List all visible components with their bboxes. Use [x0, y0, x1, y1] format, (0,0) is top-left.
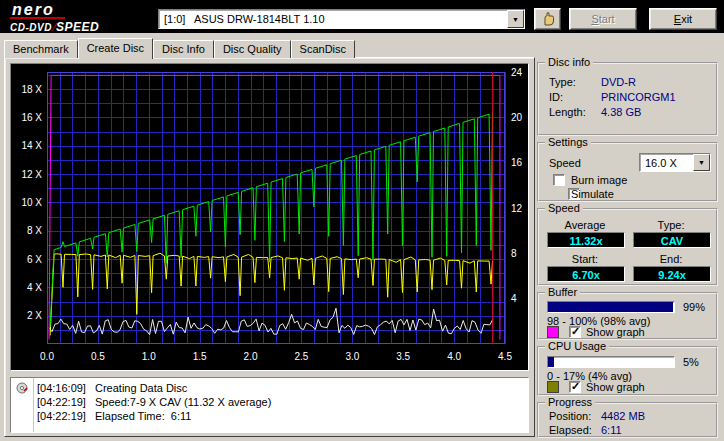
simulate-label: Simulate — [571, 188, 614, 200]
svg-text:4 X: 4 X — [27, 282, 42, 293]
burn-image-checkbox[interactable] — [553, 174, 565, 186]
speed-setting-label: Speed — [549, 157, 581, 169]
disc-length-label: Length: — [549, 106, 601, 118]
cpu-show-graph-label: Show graph — [586, 381, 645, 393]
cpu-show-graph-checkbox[interactable] — [569, 381, 581, 393]
buffer-color-swatch — [547, 326, 559, 338]
settings-panel: Settings Speed 16.0 X ▼ Burn image Simul… — [537, 142, 718, 202]
disc-length-row: Length:4.38 GB — [549, 106, 712, 119]
elapsed-label: Elapsed: — [549, 424, 601, 436]
cpu-progress-fill — [548, 357, 554, 367]
burn-image-label: Burn image — [571, 174, 627, 186]
svg-text:4.0: 4.0 — [447, 351, 461, 362]
log-message: Elapsed Time: 6:11 — [95, 410, 528, 422]
svg-text:18 X: 18 X — [21, 84, 42, 95]
svg-text:1.5: 1.5 — [193, 351, 207, 362]
svg-text:24: 24 — [511, 67, 523, 78]
exit-button[interactable]: Exit — [649, 8, 717, 30]
speed-select-value: 16.0 X — [640, 157, 693, 169]
writing-disc-icon — [11, 382, 33, 394]
buffer-progress-fill — [548, 302, 673, 312]
disc-type-row: Type:DVD-R — [549, 76, 712, 89]
svg-text:6 X: 6 X — [27, 254, 42, 265]
cpu-panel: CPU Usage 5% 0 - 17% (4% avg) Show graph — [537, 346, 718, 396]
log-row: [04:16:09] Creating Data Disc — [11, 381, 528, 395]
svg-text:14 X: 14 X — [21, 140, 42, 151]
disc-id-value: PRINCORGM1 — [601, 91, 676, 103]
speed-select[interactable]: 16.0 X ▼ — [639, 153, 711, 172]
tab-disc-quality[interactable]: Disc Quality — [214, 40, 291, 58]
cpu-percent: 5% — [683, 356, 699, 368]
position-row: Position:4482 MB — [549, 410, 712, 423]
disc-length-value: 4.38 GB — [601, 106, 641, 118]
buffer-panel: Buffer 99% 98 - 100% (98% avg) Show grap… — [537, 292, 718, 340]
log-message: Speed:7-9 X CAV (11.32 X average) — [95, 396, 528, 408]
svg-text:2.0: 2.0 — [244, 351, 258, 362]
speed-stats-panel: Speed Average Type: 11.32x CAV Start: En… — [537, 208, 718, 286]
log-timestamp: [04:22:19] — [33, 396, 95, 408]
progress-panel: Progress Position:4482 MB Elapsed:6:11 — [537, 402, 718, 438]
exit-button-label: Exit — [650, 13, 716, 25]
top-toolbar: nero CD-DVD⁄SPEED [1:0] ASUS DRW-1814BLT… — [0, 0, 724, 33]
create-disc-panel: 2 X4 X6 X8 X10 X12 X14 X16 X18 X48121620… — [4, 57, 535, 437]
dropdown-arrow-icon[interactable]: ▼ — [693, 154, 710, 171]
svg-text:3.5: 3.5 — [396, 351, 410, 362]
speed-stats-title: Speed — [545, 202, 583, 214]
tab-benchmark[interactable]: Benchmark — [4, 40, 78, 58]
svg-text:20: 20 — [511, 112, 523, 123]
svg-text:10 X: 10 X — [21, 197, 42, 208]
tab-strip: Benchmark Create Disc Disc Info Disc Qua… — [4, 37, 355, 58]
svg-text:4: 4 — [511, 293, 517, 304]
start-header: Start: — [545, 253, 625, 265]
log-timestamp: [04:16:09] — [33, 382, 95, 394]
cdvdspeed-wordmark: CD-DVD⁄SPEED — [10, 20, 99, 34]
svg-text:2 X: 2 X — [27, 310, 42, 321]
speed-text: SPEED — [56, 20, 99, 34]
type-header: Type: — [631, 219, 711, 231]
start-button-label: Start — [570, 13, 636, 25]
progress-title: Progress — [545, 396, 595, 408]
cpu-title: CPU Usage — [545, 340, 609, 352]
cpu-color-swatch — [547, 381, 559, 393]
log-timestamp: [04:22:19] — [33, 410, 95, 422]
svg-text:12 X: 12 X — [21, 169, 42, 180]
status-log: [04:16:09] Creating Data Disc [04:22:19]… — [10, 377, 529, 433]
buffer-title: Buffer — [545, 286, 580, 298]
app-window: nero CD-DVD⁄SPEED [1:0] ASUS DRW-1814BLT… — [0, 0, 724, 441]
svg-text:3.0: 3.0 — [345, 351, 359, 362]
speed-type-value: CAV — [633, 232, 711, 248]
position-label: Position: — [549, 410, 601, 422]
buffer-progress-bar — [547, 301, 675, 313]
start-button[interactable]: Start — [569, 8, 637, 30]
settings-title: Settings — [545, 136, 591, 148]
hand-tool-button[interactable] — [534, 8, 561, 30]
svg-text:8: 8 — [511, 248, 517, 259]
cd-dvd-text: CD-DVD — [10, 22, 52, 33]
buffer-show-graph-label: Show graph — [586, 326, 645, 338]
log-divider — [33, 378, 34, 432]
drive-select[interactable]: [1:0] ASUS DRW-1814BLT 1.10 ▼ — [158, 9, 525, 29]
buffer-show-graph-checkbox[interactable] — [569, 326, 581, 338]
cpu-progress-bar — [547, 356, 675, 368]
speed-chart: 2 X4 X6 X8 X10 X12 X14 X16 X18 X48121620… — [10, 63, 529, 371]
disc-type-label: Type: — [549, 76, 601, 88]
end-speed-value: 9.24x — [633, 266, 711, 282]
disc-info-title: Disc info — [545, 56, 593, 68]
average-header: Average — [545, 219, 625, 231]
svg-text:16: 16 — [511, 157, 523, 168]
disc-id-row: ID:PRINCORGM1 — [549, 91, 712, 104]
disc-id-label: ID: — [549, 91, 601, 103]
nero-logo: nero CD-DVD⁄SPEED — [10, 2, 99, 34]
svg-text:0.5: 0.5 — [91, 351, 105, 362]
tab-scandisc[interactable]: ScanDisc — [291, 40, 355, 58]
buffer-percent: 99% — [683, 301, 705, 313]
tab-create-disc[interactable]: Create Disc — [78, 38, 153, 59]
svg-text:2.5: 2.5 — [294, 351, 308, 362]
dropdown-arrow-icon[interactable]: ▼ — [507, 10, 524, 28]
end-header: End: — [631, 253, 711, 265]
svg-text:4.5: 4.5 — [498, 351, 512, 362]
disc-type-value: DVD-R — [601, 76, 636, 88]
tab-disc-info[interactable]: Disc Info — [153, 40, 214, 58]
svg-text:12: 12 — [511, 203, 523, 214]
elapsed-value: 6:11 — [601, 424, 622, 436]
